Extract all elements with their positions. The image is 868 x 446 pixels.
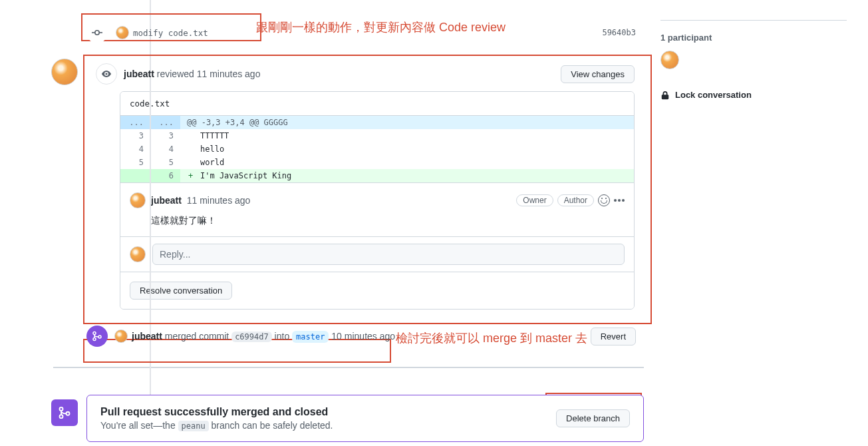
reviewer-name[interactable]: jubeatt xyxy=(124,69,154,79)
merge-avatar[interactable] xyxy=(114,330,128,343)
merge-target-branch[interactable]: master xyxy=(292,331,329,343)
svg-point-5 xyxy=(98,335,101,338)
merged-badge-icon xyxy=(51,399,78,426)
deleted-branch: peanu xyxy=(178,421,209,431)
reply-input[interactable]: Reply... xyxy=(152,244,625,265)
reply-avatar xyxy=(130,246,146,262)
add-reaction-button[interactable] xyxy=(598,194,610,206)
author-badge: Author xyxy=(557,194,594,206)
view-changes-button[interactable]: View changes xyxy=(561,65,635,83)
commit-message[interactable]: modify code.txt xyxy=(133,28,208,38)
lock-icon xyxy=(660,91,670,100)
merge-sha[interactable]: c6994d7 xyxy=(231,332,272,342)
merge-icon xyxy=(86,326,108,347)
review-time: 11 minutes ago xyxy=(197,69,261,79)
code-line-added: +I'm JavaScript King xyxy=(180,169,634,182)
hunk-dots: ... xyxy=(150,116,180,129)
file-diff: code.txt ... ... @@ -3,3 +3,4 @@ GGGGG 3… xyxy=(120,91,635,310)
lock-conversation-link[interactable]: Lock conversation xyxy=(660,90,847,100)
svg-point-0 xyxy=(95,31,99,35)
comment-menu-button[interactable] xyxy=(614,199,625,202)
resolve-conversation-button[interactable]: Resolve conversation xyxy=(130,282,232,300)
delete-branch-button[interactable]: Delete branch xyxy=(556,409,630,427)
svg-point-3 xyxy=(93,332,96,335)
code-line: world xyxy=(180,156,634,169)
svg-point-8 xyxy=(67,412,70,415)
commit-icon xyxy=(86,22,108,43)
svg-point-6 xyxy=(60,407,63,411)
revert-button[interactable]: Revert xyxy=(591,328,636,345)
review-action: reviewed xyxy=(154,69,197,79)
hunk-dots: ... xyxy=(120,116,150,129)
merged-title: Pull request successfully merged and clo… xyxy=(100,406,545,418)
review-icon xyxy=(96,63,117,85)
svg-point-7 xyxy=(60,415,63,418)
code-line: hello xyxy=(180,142,634,156)
timeline-avatar[interactable] xyxy=(51,59,78,85)
owner-badge: Owner xyxy=(516,194,553,206)
code-line: TTTTTT xyxy=(180,129,634,142)
merge-time: 10 minutes ago xyxy=(329,331,395,341)
participants-heading: 1 participant xyxy=(660,33,847,43)
participant-avatar[interactable] xyxy=(660,51,679,69)
commit-sha[interactable]: 59640b3 xyxy=(602,28,636,37)
avatar[interactable] xyxy=(116,26,129,39)
file-name[interactable]: code.txt xyxy=(120,92,634,116)
comment-body: 這樣就對了嘛！ xyxy=(151,215,625,227)
svg-point-4 xyxy=(93,338,96,341)
comment-avatar[interactable] xyxy=(130,192,146,208)
hunk-header: @@ -3,3 +3,4 @@ GGGGG xyxy=(180,116,634,129)
comment-author[interactable]: jubeatt xyxy=(151,195,182,206)
merge-user[interactable]: jubeatt xyxy=(132,331,162,341)
